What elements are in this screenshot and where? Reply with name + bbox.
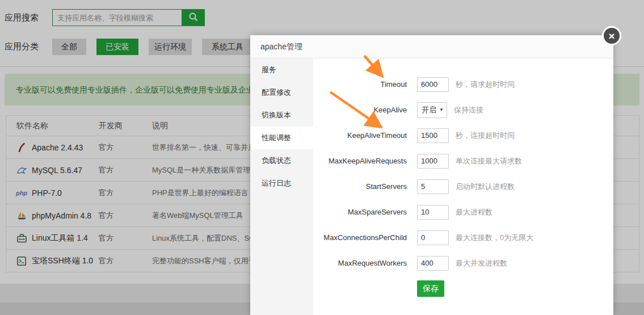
performance-form: Timeout 秒，请求超时时间 KeepAlive 开启 ▼ 保持连接 Kee…: [313, 58, 613, 315]
tab-load-status[interactable]: 负载状态: [250, 149, 313, 172]
tab-config-edit[interactable]: 配置修改: [250, 81, 313, 104]
modal-body: 服务 配置修改 切换版本 性能调整 负载状态 运行日志 Timeout 秒，请求…: [250, 58, 613, 315]
field-label: MaxConnectionsPerChild: [313, 233, 407, 242]
modal-close-button[interactable]: ×: [602, 26, 621, 45]
form-row-maxspareservers: MaxSpareServers 最大进程数: [313, 199, 613, 225]
chevron-down-icon: ▼: [439, 107, 444, 112]
screen: 应用搜索 应用分类 全部 已安装 运行环境 系统工具: [0, 0, 644, 315]
save-button[interactable]: 保存: [417, 280, 444, 297]
field-hint: 保持连接: [454, 105, 483, 115]
field-hint: 启动时默认进程数: [456, 182, 515, 192]
field-label: MaxKeepAliveRequests: [313, 157, 407, 165]
timeout-input[interactable]: [417, 77, 449, 92]
tab-run-log[interactable]: 运行日志: [250, 172, 313, 195]
startservers-input[interactable]: [417, 179, 449, 194]
field-hint: 最大连接数，0为无限大: [456, 233, 533, 243]
modal-title: apache管理: [260, 42, 302, 51]
field-label: KeepAlive: [313, 106, 407, 114]
field-hint: 最大进程数: [456, 207, 493, 217]
field-hint: 最大并发进程数: [456, 258, 507, 268]
field-label: Timeout: [313, 80, 407, 89]
form-row-maxkeepaliverequests: MaxKeepAliveRequests 单次连接最大请求数: [313, 148, 613, 174]
keepalivetimeout-input[interactable]: [417, 128, 449, 143]
form-row-timeout: Timeout 秒，请求超时时间: [313, 72, 613, 97]
maxrequestworkers-input[interactable]: [417, 256, 449, 271]
field-label: StartServers: [313, 182, 407, 191]
modal-header: apache管理: [250, 35, 613, 58]
form-row-maxrequestworkers: MaxRequestWorkers 最大并发进程数: [313, 250, 613, 276]
form-row-startservers: StartServers 启动时默认进程数: [313, 174, 613, 199]
field-hint: 单次连接最大请求数: [456, 156, 522, 166]
form-row-keepalivetimeout: KeepAliveTimeout 秒，连接超时时间: [313, 123, 613, 148]
maxconnectionsperchild-input[interactable]: [417, 230, 449, 245]
form-row-keepalive: KeepAlive 开启 ▼ 保持连接: [313, 97, 613, 123]
tab-performance[interactable]: 性能调整: [250, 127, 313, 149]
form-row-maxconnectionsperchild: MaxConnectionsPerChild 最大连接数，0为无限大: [313, 225, 613, 250]
field-label: MaxRequestWorkers: [313, 259, 407, 267]
field-label: MaxSpareServers: [313, 208, 407, 216]
close-icon: ×: [608, 31, 614, 41]
field-label: KeepAliveTimeout: [313, 131, 407, 140]
maxkeepaliverequests-input[interactable]: [417, 154, 449, 169]
modal-tab-list: 服务 配置修改 切换版本 性能调整 负载状态 运行日志: [250, 58, 313, 315]
tab-switch-version[interactable]: 切换版本: [250, 104, 313, 127]
keepalive-select[interactable]: 开启 ▼: [417, 102, 447, 118]
field-hint: 秒，连接超时时间: [456, 131, 515, 141]
keepalive-select-value: 开启: [422, 105, 436, 115]
tab-service[interactable]: 服务: [250, 58, 313, 81]
maxspareservers-input[interactable]: [417, 205, 449, 220]
apache-manage-modal: apache管理 服务 配置修改 切换版本 性能调整 负载状态 运行日志 Tim…: [250, 35, 613, 315]
field-hint: 秒，请求超时时间: [456, 79, 515, 90]
